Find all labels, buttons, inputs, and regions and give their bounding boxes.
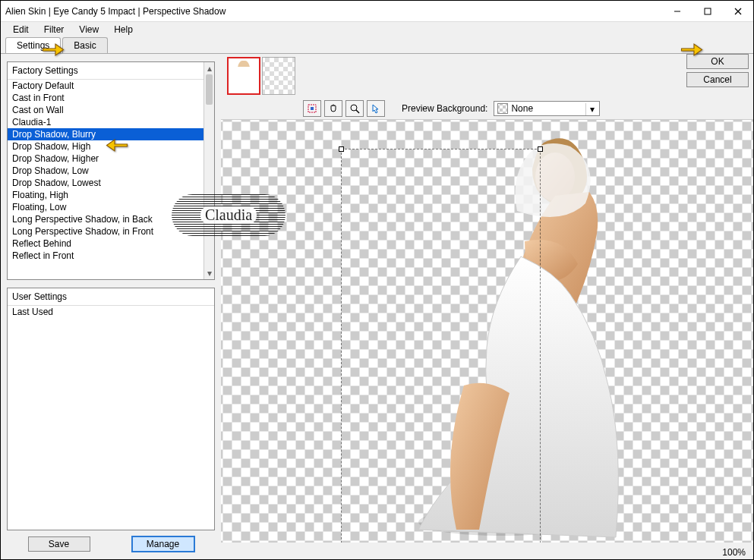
- save-button[interactable]: Save: [28, 536, 90, 552]
- factory-item[interactable]: Claudia-1: [8, 116, 214, 128]
- tab-basic[interactable]: Basic: [62, 37, 107, 53]
- factory-item[interactable]: Drop Shadow, Blurry: [8, 128, 214, 140]
- tool-pointer-icon[interactable]: [367, 100, 385, 117]
- factory-settings-header: Factory Settings: [8, 62, 214, 80]
- menu-view[interactable]: View: [71, 23, 106, 36]
- ok-button[interactable]: OK: [686, 54, 749, 69]
- svg-rect-1: [705, 8, 711, 14]
- svg-line-7: [356, 110, 359, 113]
- window-minimize-button[interactable]: [662, 1, 692, 22]
- tabs-row: Settings Basic: [1, 37, 753, 54]
- menu-help[interactable]: Help: [106, 23, 140, 36]
- menu-edit[interactable]: Edit: [5, 23, 36, 36]
- factory-item[interactable]: Drop Shadow, Higher: [8, 153, 214, 165]
- window-titlebar: Alien Skin | Eye Candy 5 Impact | Perspe…: [1, 1, 753, 22]
- scroll-nub[interactable]: [206, 74, 213, 105]
- factory-item[interactable]: Reflect Behind: [8, 238, 214, 250]
- menubar: Edit Filter View Help: [1, 22, 753, 37]
- factory-item[interactable]: Cast in Front: [8, 92, 214, 104]
- tab-settings[interactable]: Settings: [5, 37, 61, 53]
- factory-scrollbar[interactable]: ▴ ▾: [203, 62, 214, 279]
- window-title: Alien Skin | Eye Candy 5 Impact | Perspe…: [5, 6, 662, 17]
- watermark-claudia: Claudia: [172, 194, 286, 236]
- user-settings-list[interactable]: User Settings Last Used: [7, 288, 215, 530]
- thumbnail-image: [237, 61, 251, 91]
- canvas-checker-bg: [221, 120, 753, 543]
- factory-item[interactable]: Factory Default: [8, 80, 214, 92]
- factory-item[interactable]: Cast on Wall: [8, 104, 214, 116]
- scroll-up-icon[interactable]: ▴: [204, 62, 214, 74]
- factory-item[interactable]: Drop Shadow, Low: [8, 165, 214, 177]
- user-settings-header: User Settings: [8, 288, 214, 306]
- tool-marquee-icon[interactable]: [303, 100, 321, 117]
- preview-background-value: None: [511, 103, 533, 114]
- scroll-down-icon[interactable]: ▾: [204, 267, 214, 279]
- window-maximize-button[interactable]: [692, 1, 723, 22]
- thumbnail-active[interactable]: [227, 57, 260, 95]
- preview-panel: OK Cancel Preview Background: None ▾: [221, 54, 753, 559]
- svg-rect-5: [311, 107, 314, 110]
- thumbnail-strip: [227, 57, 747, 98]
- chevron-down-icon: ▾: [585, 103, 598, 115]
- watermark-text: Claudia: [200, 206, 257, 224]
- zoom-level: 100%: [722, 547, 746, 558]
- manage-button[interactable]: Manage: [132, 536, 194, 552]
- factory-item[interactable]: Drop Shadow, Lowest: [8, 177, 214, 189]
- preview-background-label: Preview Background:: [402, 103, 487, 114]
- factory-item[interactable]: Drop Shadow, High: [8, 140, 214, 153]
- preview-background-select[interactable]: None ▾: [494, 101, 600, 116]
- selection-box[interactable]: [341, 149, 541, 543]
- user-settings-item[interactable]: Last Used: [8, 306, 214, 318]
- settings-panel: Factory Settings Factory DefaultCast in …: [1, 54, 221, 559]
- thumbnail-blank[interactable]: [262, 57, 295, 95]
- transparency-swatch-icon: [497, 103, 508, 114]
- factory-settings-list[interactable]: Factory Settings Factory DefaultCast in …: [7, 61, 215, 280]
- window-close-button[interactable]: [723, 1, 753, 22]
- factory-item[interactable]: Reflect in Front: [8, 250, 214, 262]
- selection-handle-tr[interactable]: [538, 146, 543, 152]
- selection-handle-tl[interactable]: [339, 146, 344, 152]
- menu-filter[interactable]: Filter: [36, 23, 72, 36]
- svg-point-6: [351, 105, 357, 111]
- preview-toolbar: Preview Background: None ▾: [227, 98, 747, 119]
- tool-zoom-icon[interactable]: [345, 100, 364, 117]
- cancel-button[interactable]: Cancel: [686, 72, 749, 87]
- tool-hand-icon[interactable]: [324, 100, 342, 117]
- preview-canvas[interactable]: [221, 119, 753, 543]
